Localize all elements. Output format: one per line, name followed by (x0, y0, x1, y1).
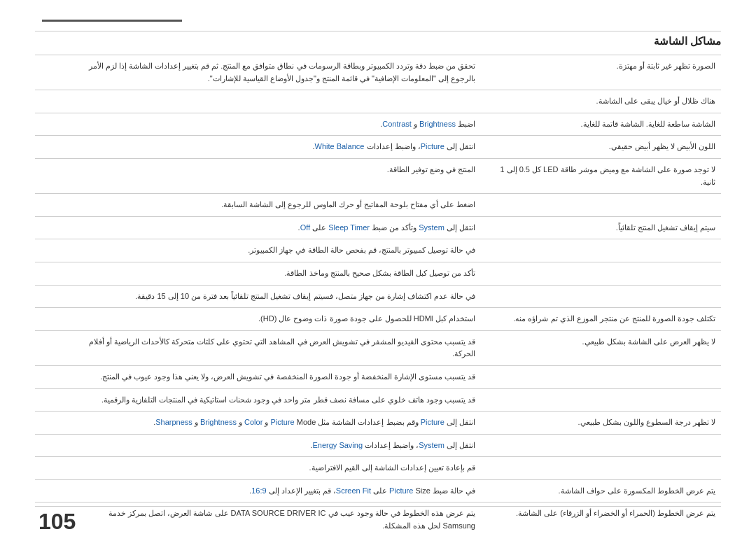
cell-right: يتم عرض الخطوط المكسورة على حواف الشاشة. (481, 479, 721, 503)
table-row: لا توجد صورة على الشاشة مع وميض موشر طاق… (35, 158, 721, 193)
highlighted-term: Sleep Timer (328, 223, 370, 232)
table-row: لا يظهر العرض على الشاشة بشكل طبيعي.قد ي… (35, 330, 721, 365)
cell-right: يتم عرض الخطوط (الحمراء أو الخضراء أو ال… (481, 503, 721, 534)
table-row: انتقل إلى System، واضبط إعدادات Energy S… (35, 434, 721, 457)
highlighted-term: Picture (421, 418, 444, 426)
top-line (35, 31, 721, 31)
top-bar-line (42, 20, 182, 22)
highlighted-term: Picture (389, 486, 413, 495)
cell-left: انتقل إلى System وتأكد من ضبط Sleep Time… (35, 216, 481, 239)
cell-right (481, 194, 721, 217)
cell-left: تحقق من ضبط دقة وتردد الكمبيوتر وبطاقة ا… (35, 55, 481, 90)
table-row: في حالة عدم اكتشاف إشارة من جهاز متصل، ف… (35, 285, 721, 308)
cell-left: في حالة ضبط Picture Size على Screen Fit،… (35, 479, 481, 503)
highlighted-term: System (419, 223, 444, 232)
cell-left: اضغط على أي مفتاح بلوحة المفاتيح أو حرك … (35, 194, 481, 217)
cell-right: الشاشة ساطعة للغاية. الشاشة قاتمة للغاية… (481, 113, 721, 136)
cell-left: قم بإعادة تعيين إعدادات الشاشة إلى القيم… (35, 457, 481, 480)
highlighted-term: Energy Saving (312, 441, 363, 449)
highlighted-term: Contrast (382, 120, 412, 128)
cell-left: قد يتسبب مستوى الإشارة المنخفضة أو جودة … (35, 365, 481, 388)
page-container: مشاكل الشاشة الصورة تظهر غير ثابتة أو مه… (0, 0, 756, 534)
cell-right: تكتلف جودة الصورة للمنتج عن منتجر الموزع… (481, 308, 721, 331)
table-row: قد يتسبب مستوى الإشارة المنخفضة أو جودة … (35, 365, 721, 388)
highlighted-term: White Balance (315, 142, 365, 150)
page-title: مشاكل الشاشة (35, 35, 721, 48)
cell-right: سيتم إيقاف تشغيل المنتج تلقائياً. (481, 216, 721, 239)
highlighted-term: 16:9 (251, 486, 266, 495)
highlighted-term: Color (244, 418, 262, 426)
table-row: اللون الأبيض لا يظهر أبيض حقيقي.انتقل إل… (35, 136, 721, 159)
cell-right: لا يظهر العرض على الشاشة بشكل طبيعي. (481, 330, 721, 365)
highlighted-term: Sharpness (155, 418, 192, 426)
highlighted-term: Screen Fit (336, 486, 371, 495)
cell-left: استخدام كبل HDMI للحصول على جودة صورة ذا… (35, 308, 481, 331)
cell-left (35, 90, 481, 113)
cell-right (481, 262, 721, 285)
cell-left: تأكد من توصيل كبل الطاقة بشكل صحيح بالمن… (35, 262, 481, 285)
highlighted-term: Brightness (200, 418, 237, 426)
table-row: قم بإعادة تعيين إعدادات الشاشة إلى القيم… (35, 457, 721, 480)
cell-right: لا تظهر درجة السطوع واللون بشكل طبيعي. (481, 412, 721, 435)
cell-right (481, 388, 721, 412)
cell-left: اضبط Brightness و Contrast. (35, 113, 481, 136)
highlighted-term: Brightness (419, 120, 456, 128)
table-row: الشاشة ساطعة للغاية. الشاشة قاتمة للغاية… (35, 113, 721, 136)
cell-left: انتقل إلى Picture، واضبط إعدادات White B… (35, 136, 481, 159)
highlighted-term: Off (300, 223, 310, 232)
table-row: اضغط على أي مفتاح بلوحة المفاتيح أو حرك … (35, 194, 721, 217)
cell-right (481, 365, 721, 388)
top-bar (35, 14, 721, 27)
table-row: تأكد من توصيل كبل الطاقة بشكل صحيح بالمن… (35, 262, 721, 285)
highlighted-term: System (419, 441, 444, 449)
content-table: الصورة تظهر غير ثابتة أو مهتزة.تحقق من ض… (35, 55, 721, 534)
table-row: سيتم إيقاف تشغيل المنتج تلقائياً.انتقل إ… (35, 216, 721, 239)
table-row: الصورة تظهر غير ثابتة أو مهتزة.تحقق من ض… (35, 55, 721, 90)
cell-right: لا توجد صورة على الشاشة مع وميض موشر طاق… (481, 158, 721, 193)
table-row: قد يتسبب وجود هاتف خلوي على مسافة نصف قط… (35, 388, 721, 412)
cell-left: قد يتسبب وجود هاتف خلوي على مسافة نصف قط… (35, 388, 481, 412)
cell-right: هناك ظلال أو خيال يبقى على الشاشة. (481, 90, 721, 113)
cell-left: في حالة عدم اكتشاف إشارة من جهاز متصل، ف… (35, 285, 481, 308)
table-row: يتم عرض الخطوط (الحمراء أو الخضراء أو ال… (35, 503, 721, 534)
cell-left: قد يتسبب محتوى الفيديو المشفر في تشويش ا… (35, 330, 481, 365)
cell-right (481, 239, 721, 262)
cell-right (481, 457, 721, 480)
table-row: تكتلف جودة الصورة للمنتج عن منتجر الموزع… (35, 308, 721, 331)
cell-right: الصورة تظهر غير ثابتة أو مهتزة. (481, 55, 721, 90)
cell-right (481, 285, 721, 308)
page-number: 105 (38, 509, 76, 534)
table-row: في حالة توصيل كمبيوتر بالمنتج، قم بفحص ح… (35, 239, 721, 262)
cell-right: اللون الأبيض لا يظهر أبيض حقيقي. (481, 136, 721, 159)
cell-left: المنتج في وضع توفير الطاقة. (35, 158, 481, 193)
highlighted-term: Picture (421, 142, 444, 150)
cell-left: انتقل إلى System، واضبط إعدادات Energy S… (35, 434, 481, 457)
cell-left: يتم عرض هذه الخطوط في حالة وجود عيب في D… (35, 503, 481, 534)
cell-left: انتقل إلى Picture وقم بضبط إعدادات الشاش… (35, 412, 481, 435)
cell-left: في حالة توصيل كمبيوتر بالمنتج، قم بفحص ح… (35, 239, 481, 262)
highlighted-term: Picture (270, 418, 294, 426)
table-row: لا تظهر درجة السطوع واللون بشكل طبيعي.ان… (35, 412, 721, 435)
cell-right (481, 434, 721, 457)
bottom-line (35, 506, 721, 507)
table-row: يتم عرض الخطوط المكسورة على حواف الشاشة.… (35, 479, 721, 503)
table-row: هناك ظلال أو خيال يبقى على الشاشة. (35, 90, 721, 113)
